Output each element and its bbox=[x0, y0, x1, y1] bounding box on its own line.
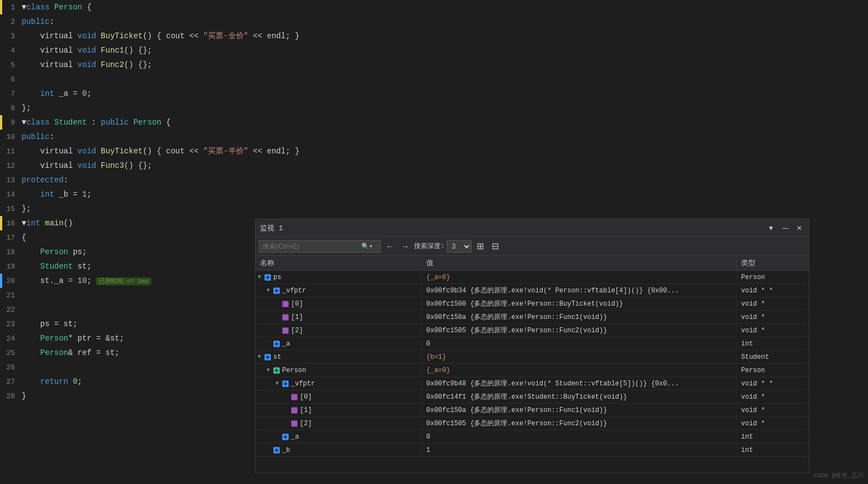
search-input[interactable] bbox=[259, 243, 359, 250]
watch-row[interactable]: [0]0x00fc1500 {多态的原理.exe!Person::BuyTick… bbox=[256, 297, 809, 311]
variable-name: [1] bbox=[291, 313, 303, 321]
watch-title-buttons: ▼ — ✕ bbox=[765, 223, 804, 233]
watch-minimize-btn[interactable]: — bbox=[780, 223, 791, 233]
depth-select[interactable]: 3 1 2 4 5 bbox=[447, 240, 472, 253]
watch-row[interactable]: ▼ps{_a=0}Person bbox=[256, 271, 809, 284]
expand-arrow[interactable]: ▼ bbox=[267, 287, 273, 294]
watch-row[interactable]: [1]0x00fc150a {多态的原理.exe!Person::Func1(v… bbox=[256, 311, 809, 324]
watch-table-header: 名称 值 类型 bbox=[256, 256, 809, 271]
watch-cell-value: {b=1} bbox=[422, 351, 737, 363]
variable-icon bbox=[273, 447, 280, 454]
expand-arrow[interactable]: ▼ bbox=[267, 367, 273, 373]
code-content: public: bbox=[22, 132, 868, 141]
variable-name: _a bbox=[282, 340, 290, 348]
watch-close-btn[interactable]: ✕ bbox=[794, 223, 804, 233]
code-content: ▼class Student : public Person { bbox=[22, 118, 868, 127]
watch-cell-type: void * bbox=[737, 404, 809, 416]
code-content: ▼class Person { bbox=[22, 3, 868, 12]
variable-icon bbox=[273, 287, 280, 294]
watch-cell-value: 0x00fc1505 {多态的原理.exe!Person::Func2(void… bbox=[422, 417, 737, 430]
watch-cell-name: ▼Person bbox=[256, 364, 422, 377]
line-number: 28 bbox=[2, 392, 22, 400]
toolbar-icon-1[interactable]: ⊞ bbox=[474, 240, 487, 253]
variable-icon bbox=[291, 394, 298, 400]
expand-arrow[interactable]: ▼ bbox=[258, 274, 264, 280]
code-line: 14 int _b = 1; bbox=[0, 187, 868, 202]
watch-row[interactable]: ▼_vfptr0x00fc9b48 {多态的原理.exe!void(* Stud… bbox=[256, 377, 809, 390]
nav-forward-btn[interactable]: → bbox=[399, 241, 412, 252]
variable-icon bbox=[264, 354, 271, 361]
toolbar-icon-2[interactable]: ⊟ bbox=[489, 240, 502, 253]
watch-cell-type: int bbox=[737, 444, 809, 456]
nav-back-btn[interactable]: ← bbox=[383, 241, 396, 252]
watch-cell-type: int bbox=[737, 430, 809, 443]
code-line: 3 virtual void BuyTicket() { cout << "买票… bbox=[0, 29, 868, 43]
watch-cell-value: 0x00fc1505 {多态的原理.exe!Person::Func2(void… bbox=[422, 324, 737, 337]
col-type: 类型 bbox=[737, 256, 809, 270]
variable-name: Person bbox=[282, 367, 306, 374]
line-number: 12 bbox=[2, 162, 22, 170]
watch-titlebar: 监视 1 ▼ — ✕ bbox=[256, 219, 809, 237]
code-content: public: bbox=[22, 17, 868, 26]
watch-row[interactable]: [2]0x00fc1505 {多态的原理.exe!Person::Func2(v… bbox=[256, 417, 809, 430]
expand-arrow[interactable]: ▼ bbox=[275, 380, 282, 387]
line-number: 11 bbox=[2, 147, 22, 156]
code-line: 7 int _a = 0; bbox=[0, 86, 868, 101]
watch-table[interactable]: 名称 值 类型 ▼ps{_a=0}Person▼_vfptr0x00fc9b34… bbox=[256, 256, 809, 473]
watch-cell-name: ▼st bbox=[256, 351, 422, 363]
watch-row[interactable]: [2]0x00fc1505 {多态的原理.exe!Person::Func2(v… bbox=[256, 324, 809, 337]
watch-row[interactable]: ▼Person{_a=0}Person bbox=[256, 364, 809, 377]
watch-row[interactable]: _a0int bbox=[256, 337, 809, 351]
watch-cell-value: 0x00fc14f1 {多态的原理.exe!Student::BuyTicket… bbox=[422, 390, 737, 403]
watch-cell-type: void * bbox=[737, 324, 809, 337]
code-line: 4 virtual void Func1() {}; bbox=[0, 43, 868, 58]
line-number: 26 bbox=[2, 363, 22, 372]
line-number: 4 bbox=[2, 47, 22, 55]
search-icon[interactable]: 🔍▾ bbox=[359, 243, 375, 250]
watch-cell-type: void * * bbox=[737, 284, 809, 297]
variable-name: [2] bbox=[291, 327, 303, 334]
line-number: 13 bbox=[2, 176, 22, 184]
watch-cell-value: 0x00fc150a {多态的原理.exe!Person::Func1(void… bbox=[422, 404, 737, 416]
watch-row[interactable]: [1]0x00fc150a {多态的原理.exe!Person::Func1(v… bbox=[256, 404, 809, 417]
code-line: 10public: bbox=[0, 130, 868, 144]
code-content: virtual void Func3() {}; bbox=[22, 161, 868, 170]
watch-cell-value: 0 bbox=[422, 337, 737, 350]
watch-cell-type: void * * bbox=[737, 377, 809, 390]
code-content: virtual void Func2() {}; bbox=[22, 60, 868, 69]
watch-cell-value: 1 bbox=[422, 444, 737, 456]
watch-panel: 监视 1 ▼ — ✕ 🔍▾ ← → 搜索深度: 3 1 2 4 5 ⊞ ⊟ 名称… bbox=[255, 219, 809, 473]
watch-cell-name: _a bbox=[256, 337, 422, 350]
code-content: virtual void BuyTicket() { cout << "买票-全… bbox=[22, 31, 868, 41]
watch-cell-type: Person bbox=[737, 271, 809, 284]
depth-label: 搜索深度: bbox=[414, 241, 445, 251]
watch-cell-type: void * bbox=[737, 390, 809, 403]
watch-row[interactable]: ▼st{b=1}Student bbox=[256, 351, 809, 364]
variable-name: _b bbox=[282, 446, 290, 454]
watch-row[interactable]: [0]0x00fc14f1 {多态的原理.exe!Student::BuyTic… bbox=[256, 390, 809, 404]
line-number: 18 bbox=[2, 248, 22, 256]
watch-cell-type: void * bbox=[737, 311, 809, 323]
watch-cell-type: Person bbox=[737, 364, 809, 377]
watch-cell-value: 0x00fc1500 {多态的原理.exe!Person::BuyTicket(… bbox=[422, 297, 737, 310]
variable-name: [1] bbox=[300, 406, 312, 414]
watch-cell-name: [0] bbox=[256, 297, 422, 310]
variable-name: _vfptr bbox=[282, 287, 306, 295]
variable-icon bbox=[273, 367, 280, 374]
line-number: 23 bbox=[2, 320, 22, 328]
watch-cell-value: 0x00fc9b48 {多态的原理.exe!void(* Student::vf… bbox=[422, 377, 737, 390]
watch-row[interactable]: _a0int bbox=[256, 430, 809, 444]
watch-cell-name: [1] bbox=[256, 311, 422, 323]
line-number: 1 bbox=[2, 3, 22, 12]
code-content: int _b = 1; bbox=[22, 190, 868, 199]
code-line: 9▼class Student : public Person { bbox=[0, 115, 868, 130]
watch-row[interactable]: _b1int bbox=[256, 444, 809, 457]
line-number: 3 bbox=[2, 32, 22, 40]
watch-toolbar: 🔍▾ ← → 搜索深度: 3 1 2 4 5 ⊞ ⊟ bbox=[256, 237, 809, 256]
expand-arrow[interactable]: ▼ bbox=[258, 354, 264, 360]
watch-row[interactable]: ▼_vfptr0x00fc9b34 {多态的原理.exe!void(* Pers… bbox=[256, 284, 809, 297]
watch-cell-name: ▼_vfptr bbox=[256, 284, 422, 297]
variable-name: [0] bbox=[300, 393, 312, 401]
watch-dropdown-btn[interactable]: ▼ bbox=[765, 223, 777, 233]
watch-cell-name: ▼_vfptr bbox=[256, 377, 422, 390]
